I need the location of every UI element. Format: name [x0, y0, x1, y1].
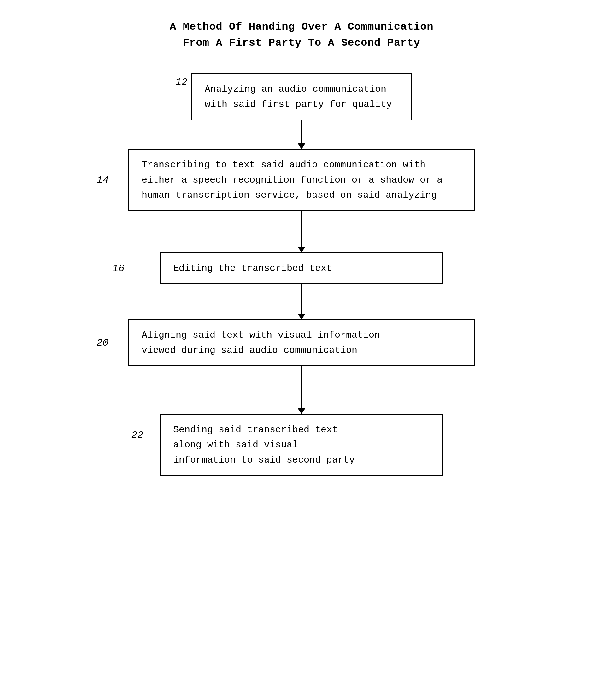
step-16-label: 16 — [112, 262, 124, 274]
step-22-label: 22 — [131, 429, 143, 441]
step-16: 16 Editing the transcribed text — [81, 252, 522, 284]
arrow-4 — [301, 367, 302, 414]
step-22: 22 Sending said transcribed text along w… — [81, 414, 522, 476]
arrow-1 — [301, 121, 302, 149]
arrow-3 — [301, 284, 302, 319]
step-12-label: 12 — [175, 76, 187, 88]
step-14-label: 14 — [97, 174, 108, 186]
step-22-box: Sending said transcribed text along with… — [159, 414, 444, 476]
step-20-label: 20 — [97, 337, 108, 349]
page-title: A Method Of Handing Over A Communication… — [170, 19, 433, 51]
step-14: 14 Transcribing to text said audio commu… — [81, 149, 522, 211]
step-12: 12 Analyzing an audio communication with… — [81, 73, 522, 121]
step-14-box: Transcribing to text said audio communic… — [128, 149, 475, 211]
arrow-2 — [301, 211, 302, 252]
step-20: 20 Aligning said text with visual inform… — [81, 319, 522, 367]
step-20-box: Aligning said text with visual informati… — [128, 319, 475, 367]
step-12-box: Analyzing an audio communication with sa… — [191, 73, 412, 121]
flowchart: 12 Analyzing an audio communication with… — [81, 73, 522, 476]
step-16-box: Editing the transcribed text — [159, 252, 444, 284]
